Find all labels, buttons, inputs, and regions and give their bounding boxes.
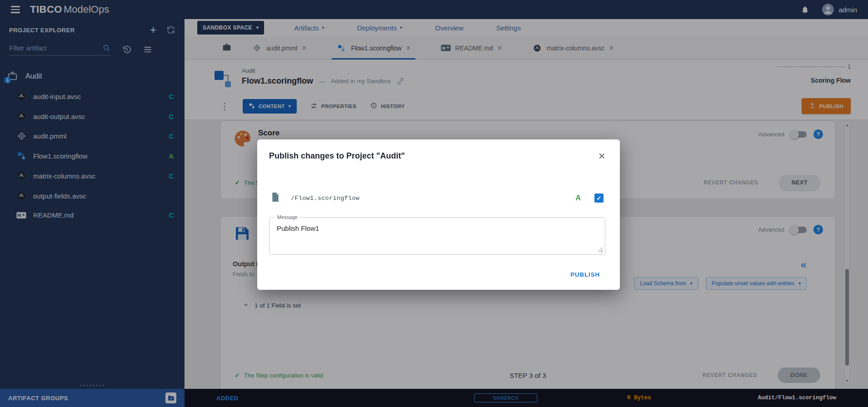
publish-dialog: Publish changes to Project "Audit" × /Fl…	[257, 139, 620, 290]
dialog-file-path: /Flow1.scoringflow	[291, 195, 568, 202]
dialog-file-row[interactable]: /Flow1.scoringflow A ✓	[269, 189, 605, 207]
file-checkbox[interactable]: ✓	[594, 194, 604, 203]
dialog-file-status: A	[575, 194, 581, 202]
close-icon[interactable]: ×	[599, 151, 605, 161]
resize-grip[interactable]	[598, 247, 603, 252]
file-icon	[271, 192, 280, 204]
publish-submit-button[interactable]: PUBLISH	[565, 268, 605, 282]
message-field[interactable]: Message Publish Flow1	[269, 217, 605, 255]
dialog-title: Publish changes to Project "Audit"	[269, 151, 599, 161]
message-input[interactable]: Publish Flow1	[277, 224, 598, 248]
message-label: Message	[275, 214, 300, 220]
